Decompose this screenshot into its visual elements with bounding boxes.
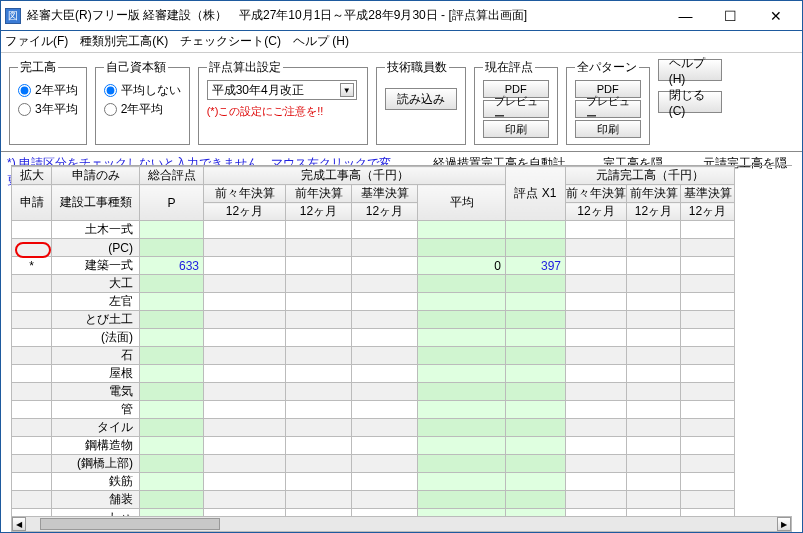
grid-cell[interactable]	[140, 311, 204, 329]
grid-cell[interactable]	[204, 473, 286, 491]
grid-cell[interactable]	[204, 383, 286, 401]
grid-cell[interactable]	[506, 365, 566, 383]
table-row[interactable]: 舗装	[12, 491, 735, 509]
menu-checksheet[interactable]: チェックシート(C)	[180, 33, 281, 50]
close-window-button[interactable]: ✕	[753, 2, 798, 30]
grid-cell[interactable]	[286, 347, 352, 365]
grid-cell[interactable]	[566, 365, 627, 383]
grid-cell[interactable]	[627, 293, 681, 311]
radio-no-avg[interactable]	[104, 84, 117, 97]
grid-cell[interactable]	[12, 293, 52, 311]
genzai-print-button[interactable]: 印刷	[483, 120, 549, 138]
hdr-heikin[interactable]: 平均	[418, 185, 506, 221]
grid-cell[interactable]	[627, 275, 681, 293]
hyoten-combo[interactable]: 平成30年4月改正 ▼	[207, 80, 357, 100]
grid-cell[interactable]	[12, 437, 52, 455]
grid-cell[interactable]	[352, 455, 418, 473]
grid-cell[interactable]	[681, 347, 735, 365]
grid-cell[interactable]	[681, 257, 735, 275]
grid-cell[interactable]	[352, 365, 418, 383]
grid-cell[interactable]	[12, 275, 52, 293]
grid-cell[interactable]	[204, 221, 286, 239]
table-row[interactable]: (PC)	[12, 239, 735, 257]
pattern-print-button[interactable]: 印刷	[575, 120, 641, 138]
pattern-preview-button[interactable]: プレビュー	[575, 100, 641, 118]
grid-cell[interactable]	[566, 329, 627, 347]
hdr-sougou[interactable]: 総合評点	[140, 167, 204, 185]
grid-cell[interactable]	[418, 221, 506, 239]
grid-cell[interactable]	[204, 275, 286, 293]
grid-cell[interactable]	[204, 293, 286, 311]
grid-cell[interactable]	[681, 365, 735, 383]
grid-cell[interactable]: とび土工	[52, 311, 140, 329]
grid-cell[interactable]	[204, 455, 286, 473]
grid-cell[interactable]	[681, 383, 735, 401]
grid-cell[interactable]	[140, 401, 204, 419]
grid-cell[interactable]	[566, 239, 627, 257]
grid-cell[interactable]	[418, 455, 506, 473]
grid-cell[interactable]	[566, 257, 627, 275]
grid-cell[interactable]	[627, 383, 681, 401]
grid-cell[interactable]	[12, 329, 52, 347]
grid-cell[interactable]: 397	[506, 257, 566, 275]
grid-cell[interactable]	[12, 455, 52, 473]
grid-cell[interactable]: (PC)	[52, 239, 140, 257]
grid-cell[interactable]	[418, 491, 506, 509]
grid-cell[interactable]	[566, 293, 627, 311]
radio-shihon-2yr[interactable]	[104, 103, 117, 116]
grid-cell[interactable]	[286, 329, 352, 347]
grid-cell[interactable]	[140, 347, 204, 365]
grid-cell[interactable]	[286, 311, 352, 329]
grid-cell[interactable]	[506, 221, 566, 239]
grid-cell[interactable]	[627, 347, 681, 365]
grid-cell[interactable]	[418, 347, 506, 365]
grid-cell[interactable]	[566, 491, 627, 509]
grid-cell[interactable]	[352, 239, 418, 257]
grid-cell[interactable]	[681, 437, 735, 455]
grid-cell[interactable]	[418, 275, 506, 293]
grid-cell[interactable]	[204, 401, 286, 419]
grid-cell[interactable]: 土木一式	[52, 221, 140, 239]
grid-cell[interactable]	[352, 473, 418, 491]
grid-cell[interactable]	[12, 419, 52, 437]
grid-cell[interactable]	[418, 437, 506, 455]
grid-cell[interactable]	[140, 473, 204, 491]
grid-cell[interactable]	[627, 491, 681, 509]
hdr-12m-4[interactable]: 12ヶ月	[566, 203, 627, 221]
grid-cell[interactable]	[418, 383, 506, 401]
grid-cell[interactable]	[506, 275, 566, 293]
grid-cell[interactable]	[204, 329, 286, 347]
scroll-right-icon[interactable]: ▶	[777, 517, 791, 531]
grid-cell[interactable]	[506, 491, 566, 509]
grid-cell[interactable]	[506, 293, 566, 311]
grid-cell[interactable]	[352, 329, 418, 347]
grid-cell[interactable]: 鋼構造物	[52, 437, 140, 455]
grid-cell[interactable]	[566, 419, 627, 437]
grid-cell[interactable]	[506, 455, 566, 473]
grid-cell[interactable]	[627, 401, 681, 419]
grid-cell[interactable]	[681, 473, 735, 491]
grid-cell[interactable]	[286, 221, 352, 239]
grid-cell[interactable]: 大工	[52, 275, 140, 293]
grid-cell[interactable]: タイル	[52, 419, 140, 437]
grid-cell[interactable]	[12, 401, 52, 419]
table-row[interactable]: 左官	[12, 293, 735, 311]
genzai-preview-button[interactable]: プレビュー	[483, 100, 549, 118]
grid-cell[interactable]	[140, 365, 204, 383]
grid-cell[interactable]	[506, 239, 566, 257]
grid-cell[interactable]	[681, 491, 735, 509]
grid-cell[interactable]	[627, 437, 681, 455]
grid-cell[interactable]: 左官	[52, 293, 140, 311]
hdr-hyoten-x1[interactable]: 評点 X1	[506, 167, 566, 221]
grid-cell[interactable]	[506, 347, 566, 365]
grid-cell[interactable]	[140, 239, 204, 257]
grid-cell[interactable]	[140, 419, 204, 437]
grid-cell[interactable]	[418, 293, 506, 311]
hdr-12m-3[interactable]: 12ヶ月	[352, 203, 418, 221]
grid-cell[interactable]	[627, 473, 681, 491]
table-row[interactable]: とび土工	[12, 311, 735, 329]
hdr-p[interactable]: P	[140, 185, 204, 221]
table-row[interactable]: 管	[12, 401, 735, 419]
grid-cell[interactable]: 建築一式	[52, 257, 140, 275]
grid-cell[interactable]	[204, 491, 286, 509]
